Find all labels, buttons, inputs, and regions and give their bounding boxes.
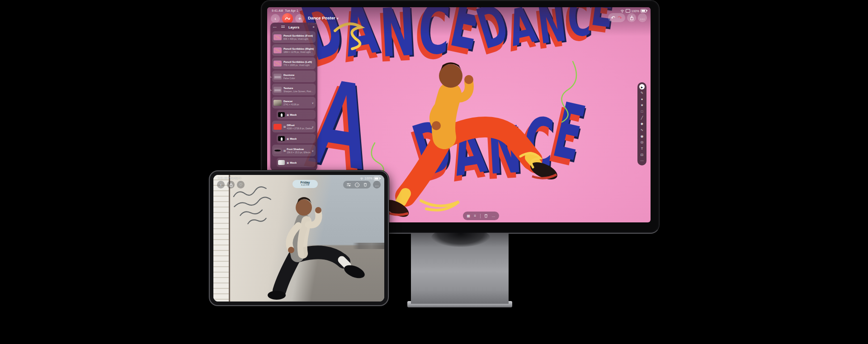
photo-view[interactable]: [213, 175, 384, 302]
ipad-status-right: 100%: [360, 177, 380, 180]
share-button[interactable]: [227, 181, 235, 188]
ipad-screen: 9:41 AM Tue Apr 1 100% ‹: [213, 175, 384, 302]
expand-chevron-icon[interactable]: ∨: [312, 101, 314, 104]
display-stand-hinge: [431, 228, 490, 247]
close-panel-button[interactable]: ×: [312, 25, 315, 29]
layer-row[interactable]: Pencil Scribbles (Right)1864 × 1178 px, …: [272, 44, 316, 56]
layer-thumbnail: [274, 100, 282, 106]
screen-mirroring-icon: [626, 9, 630, 13]
layer-thumbnail: [274, 61, 282, 66]
more-tools-button[interactable]: ⋯: [639, 158, 645, 164]
group-badge-icon: ▤: [283, 125, 286, 128]
star-shape-tool[interactable]: ★: [639, 103, 645, 108]
layer-thumbnail: [274, 34, 282, 40]
type-tool[interactable]: T: [639, 146, 645, 151]
layer-thumbnail: [274, 74, 282, 80]
layer-thumbnail: [274, 124, 282, 130]
mask-layer-row[interactable]: ▣ Mask: [277, 110, 316, 119]
app-toolbar: ‹ + Dance Poster∨ Edited ↶ ↷: [267, 13, 651, 25]
effect-badge-icon: ∿: [270, 75, 272, 78]
layer-row[interactable]: Pencil Scribbles (Foot)836 × 409 px, Viv…: [272, 31, 316, 43]
photo-date-label: Friday: [292, 181, 318, 184]
info-button[interactable]: i: [355, 183, 359, 187]
format-button[interactable]: ≡: [474, 214, 476, 218]
retouch-tool[interactable]: ∿: [639, 127, 645, 133]
title-chevron-icon: ∨: [336, 17, 339, 20]
display-clock: 9:41 AM: [272, 9, 283, 12]
redo-button[interactable]: ↷: [618, 15, 622, 21]
ipad-date: Tue Apr 1: [229, 177, 241, 179]
paint-tool[interactable]: ✎: [639, 90, 645, 96]
add-button[interactable]: +: [295, 14, 304, 23]
photo-date-badge: Friday 6:23 PM: [292, 180, 318, 188]
ipad-battery-percent: 100%: [365, 177, 373, 180]
photo-controls-right: i …: [343, 181, 381, 188]
wifi-icon: [360, 177, 363, 180]
layer-row[interactable]: Pencil Scribbles (Left)770 × 1695 px, Vi…: [272, 57, 316, 69]
mask-badge-icon: ▣: [287, 161, 289, 164]
layers-panel-title: Layers: [272, 25, 316, 29]
photo-dancer: [241, 188, 376, 301]
layer-row[interactable]: ∿ TextureSharpen, Line Screen, Post…: [272, 84, 316, 95]
undo-button[interactable]: ↶: [611, 15, 615, 21]
back-button[interactable]: ‹: [271, 14, 280, 23]
more-button[interactable]: …: [373, 181, 381, 188]
effect-badge-icon: ∿: [270, 88, 272, 91]
photo-tools-group: i: [343, 181, 371, 188]
color-fill-tool[interactable]: ●: [639, 96, 645, 102]
mask-thumbnail: [278, 136, 285, 141]
more-button[interactable]: …: [638, 13, 647, 22]
layer-row[interactable]: ▤ Foot Shadow156.6 × 25.3 px, Effects ∨: [272, 145, 316, 156]
scene: A DANCE DANCE DANCE: [0, 0, 868, 344]
ipad-clock: 9:41 AM: [218, 177, 228, 179]
shape-tool[interactable]: □: [639, 109, 645, 114]
display-date: Tue Apr 1: [285, 9, 298, 12]
mask-thumbnail: [278, 112, 285, 117]
wifi-icon: [620, 9, 624, 13]
layers-panel-header: ••• Layers ×: [272, 24, 316, 30]
battery-icon: [641, 9, 646, 13]
photo-time-label: 6:23 PM: [292, 184, 318, 186]
delete-button[interactable]: [363, 183, 367, 187]
erase-tool[interactable]: ◆: [639, 121, 645, 127]
duplicate-button[interactable]: ▦: [467, 214, 470, 218]
layer-thumbnail: [274, 47, 282, 53]
clone-tool[interactable]: ◉: [639, 133, 645, 139]
more-actions-button[interactable]: …: [492, 214, 495, 218]
display-status-right: 100%: [620, 9, 646, 13]
undo-redo-group: ↶ ↷: [608, 13, 625, 22]
delete-button[interactable]: [484, 214, 488, 218]
display-status-left: 9:41 AM Tue Apr 1: [272, 9, 298, 12]
ipad: 9:41 AM Tue Apr 1 100% ‹: [209, 170, 389, 306]
mask-badge-icon: ▣: [287, 137, 289, 140]
arrange-tool[interactable]: ▶: [639, 84, 645, 90]
mask-badge-icon: ▣: [287, 113, 289, 116]
layer-row[interactable]: ▤ Offset4308 × 2736.8 px, Darken ∨: [272, 121, 316, 132]
mask-thumbnail: [278, 160, 285, 165]
toolbar-actions: ↶ ↷ …: [608, 13, 647, 22]
layer-thumbnail: [274, 87, 282, 93]
crop-tool[interactable]: ⊡: [639, 152, 645, 157]
photo-controls-left: ‹ ♡: [217, 181, 245, 188]
group-badge-icon: ▤: [283, 149, 286, 152]
layer-actions-bar: ▦ ≡ …: [463, 212, 499, 220]
expand-chevron-icon[interactable]: ∨: [312, 125, 314, 128]
expand-chevron-icon[interactable]: ∨: [312, 149, 314, 152]
eyedropper-tool[interactable]: ◎: [639, 140, 645, 145]
favorite-button[interactable]: ♡: [237, 181, 245, 188]
mask-layer-row[interactable]: ▣ Mask: [277, 158, 316, 167]
layer-row[interactable]: Dancer2741 × 4108 px ∨: [272, 97, 316, 108]
battery-icon: [374, 177, 380, 180]
divider: [480, 214, 481, 218]
adjust-button[interactable]: [347, 183, 351, 187]
back-button[interactable]: ‹: [217, 181, 225, 188]
draw-tool[interactable]: ╱: [639, 115, 645, 120]
layer-row[interactable]: ∿ DuotoneFalse Color: [272, 71, 316, 82]
mask-layer-row[interactable]: ▣ Mask: [277, 134, 316, 143]
tool-strip: ▶ ✎ ● ★ □ ╱ ◆ ∿ ◉ ◎ T ⊡ ⋯: [637, 82, 646, 165]
display-battery-percent: 100%: [632, 9, 639, 13]
layers-panel: ••• Layers × Pencil Scribbles (Foot)836 …: [270, 23, 317, 171]
dancer-illustration: [383, 52, 564, 220]
layer-thumbnail: [274, 148, 282, 154]
share-button[interactable]: [627, 13, 636, 22]
